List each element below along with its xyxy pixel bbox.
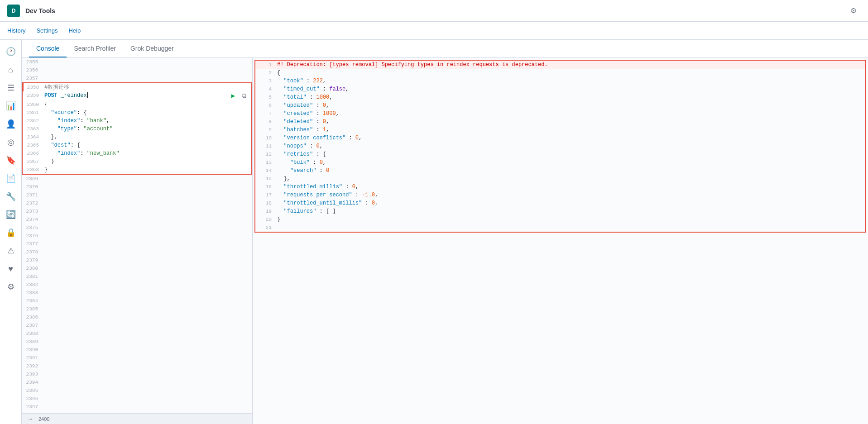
line-content[interactable]: "version_conflicts" : 0, [277, 134, 865, 142]
table-row: 21 [255, 224, 865, 232]
line-content[interactable]: "failures" : [ ] [277, 207, 865, 215]
sidebar-item-gauge[interactable]: ◎ [3, 134, 19, 150]
line-content[interactable]: "deleted" : 0, [277, 118, 865, 126]
sidebar-item-heart[interactable]: ♥ [3, 261, 19, 277]
line-content[interactable]: } [277, 215, 865, 224]
table-row: 2391 [22, 354, 252, 362]
line-content[interactable]: } [44, 157, 251, 166]
table-row: 2375 [22, 224, 252, 232]
line-number: 2368 [23, 166, 44, 174]
line-content[interactable]: "requests_per_second" : -1.0, [277, 191, 865, 199]
line-content[interactable]: } [44, 166, 251, 174]
table-row: 2385 [22, 305, 252, 313]
line-content[interactable]: "took" : 222, [277, 77, 865, 85]
line-number: 2396 [22, 395, 43, 403]
divider-handle[interactable] [249, 232, 253, 250]
line-content[interactable]: "source": { [44, 109, 251, 117]
line-content[interactable]: "index": "new_bank" [44, 149, 251, 157]
sidebar-item-wrench[interactable]: 🔧 [3, 188, 19, 205]
line-content[interactable]: "batches" : 1, [277, 126, 865, 134]
tab-console[interactable]: Console [29, 40, 67, 57]
table-row: 2367 } [22, 157, 252, 166]
line-number: 13 [255, 158, 277, 167]
table-row: 2372 [22, 199, 252, 207]
sidebar-item-bookmark[interactable]: 🔖 [3, 152, 19, 168]
main-layout: 🕐 ⌂ ☰ 📊 👤 ◎ 🔖 📄 🔧 🔄 🔒 ⚠ ♥ ⚙ Console Sear… [0, 40, 868, 424]
line-content[interactable]: "dest": { [44, 141, 251, 149]
nav-history[interactable]: History [7, 25, 25, 36]
table-row: 2393 [22, 370, 252, 378]
sidebar-item-alert[interactable]: ⚠ [3, 243, 19, 259]
sidebar-item-layers[interactable]: ☰ [3, 80, 19, 96]
copy-button[interactable]: ⧉ [240, 91, 249, 100]
run-button[interactable]: ▶ [229, 91, 238, 100]
line-number: 4 [255, 85, 277, 93]
table-row: 2382 [22, 281, 252, 289]
line-content[interactable]: "retries" : { [277, 150, 865, 158]
line-content[interactable]: "throttled_until_millis" : 0, [277, 199, 865, 207]
sidebar-item-cycle[interactable]: 🔄 [3, 206, 19, 223]
line-number: 2384 [22, 297, 43, 305]
table-row: 2380 [22, 264, 252, 272]
line-number: 2370 [22, 183, 43, 191]
table-row: 2381 [22, 272, 252, 281]
line-content[interactable]: "timed_out" : false, [277, 85, 865, 93]
table-row: 8 "deleted" : 0, [255, 118, 865, 126]
arrow-button[interactable]: → [27, 415, 33, 422]
line-content[interactable]: #数据迁移 [44, 83, 251, 91]
line-content[interactable]: "noops" : 0, [277, 142, 865, 150]
table-row: 10 "version_conflicts" : 0, [255, 134, 865, 142]
line-number: 2363 [23, 125, 44, 133]
line-content[interactable]: }, [44, 133, 251, 141]
line-actions: ▶⧉ [229, 91, 251, 100]
sidebar-item-home[interactable]: ⌂ [3, 62, 19, 78]
line-number: 2367 [23, 157, 44, 166]
line-content[interactable]: "search" : 0 [277, 167, 865, 175]
table-row: 16 "throttled_millis" : 0, [255, 183, 865, 191]
line-content[interactable]: #! Deprecation: [types removal] Specifyi… [277, 61, 865, 69]
left-code-editor[interactable]: 2355235623572358#数据迁移2359POST _reindex▶⧉… [22, 58, 252, 413]
table-row: 3 "took" : 222, [255, 77, 865, 85]
editor-right: 1#! Deprecation: [types removal] Specify… [253, 58, 868, 424]
table-row: 2379 [22, 256, 252, 264]
line-number: 9 [255, 126, 277, 134]
sidebar-item-gear[interactable]: ⚙ [3, 279, 19, 295]
tab-grok-debugger[interactable]: Grok Debugger [123, 40, 181, 57]
left-status-bar: → 2400 [22, 413, 252, 424]
sidebar-item-user[interactable]: 👤 [3, 116, 19, 132]
line-content[interactable]: "total" : 1000, [277, 93, 865, 101]
table-row: 17 "requests_per_second" : -1.0, [255, 191, 865, 199]
line-number: 2394 [22, 378, 43, 386]
line-content[interactable]: { [277, 69, 865, 77]
line-content[interactable]: }, [277, 175, 865, 183]
line-number: 3 [255, 77, 277, 85]
sidebar-item-lock[interactable]: 🔒 [3, 224, 19, 241]
line-number: 2385 [22, 305, 43, 313]
line-content[interactable]: "index": "bank", [44, 117, 251, 125]
line-number: 2382 [22, 281, 43, 289]
line-content[interactable]: { [44, 100, 251, 109]
table-row: 2378 [22, 248, 252, 256]
table-row: 12 "retries" : { [255, 150, 865, 158]
line-content[interactable]: "created" : 1000, [277, 110, 865, 118]
sidebar-item-clock[interactable]: 🕐 [3, 43, 19, 60]
sidebar-item-document[interactable]: 📄 [3, 170, 19, 186]
table-row: 2356 [22, 66, 252, 74]
line-content[interactable]: POST _reindex [44, 91, 229, 100]
table-row: 2389 [22, 338, 252, 346]
table-row: 2373 [22, 207, 252, 215]
nav-help[interactable]: Help [68, 25, 81, 36]
line-number: 2390 [22, 346, 43, 354]
line-content[interactable]: "throttled_millis" : 0, [277, 183, 865, 191]
line-number: 2355 [22, 58, 43, 66]
line-number: 2381 [22, 272, 43, 281]
topbar-settings-icon[interactable]: ⚙ [846, 4, 861, 18]
line-content[interactable]: "updated" : 0, [277, 101, 865, 110]
tab-search-profiler[interactable]: Search Profiler [67, 40, 123, 57]
line-content[interactable]: "type": "account" [44, 125, 251, 133]
sidebar-item-chart[interactable]: 📊 [3, 98, 19, 114]
right-code-editor[interactable]: 1#! Deprecation: [types removal] Specify… [253, 58, 868, 424]
line-number: 2362 [23, 117, 44, 125]
nav-settings[interactable]: Settings [36, 25, 58, 36]
line-content[interactable]: "bulk" : 0, [277, 158, 865, 167]
